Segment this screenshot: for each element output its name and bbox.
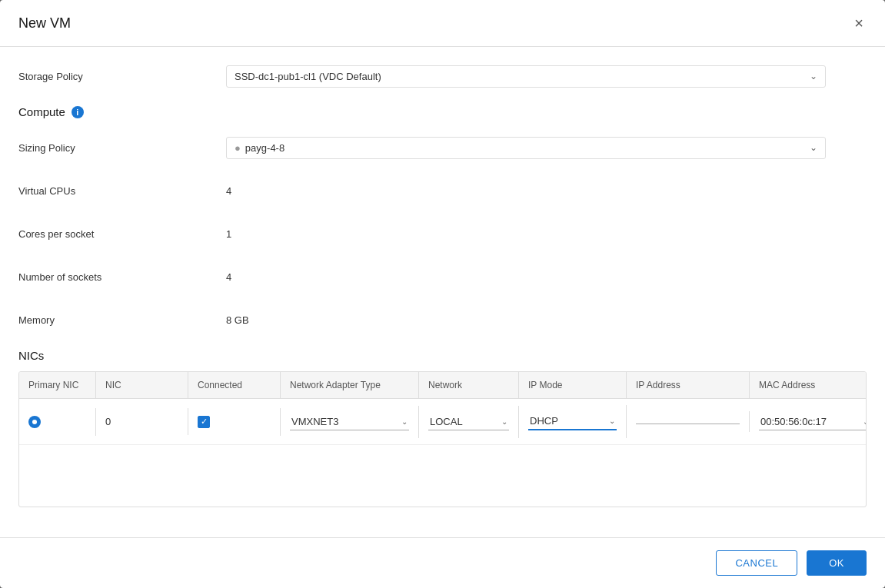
storage-policy-chevron-icon: ⌄ <box>810 71 817 81</box>
nic-cell: 0 <box>96 408 188 435</box>
ok-button[interactable]: OK <box>807 550 867 576</box>
new-vm-dialog: New VM × Storage Policy SSD-dc1-pub1-cl1… <box>0 0 885 588</box>
close-button[interactable]: × <box>851 12 867 34</box>
virtual-cpus-label: Virtual CPUs <box>18 185 226 197</box>
dialog-header: New VM × <box>0 0 885 47</box>
network-cell: LOCAL ⌄ <box>419 406 519 438</box>
nics-section: NICs Primary NIC NIC Connected Network A… <box>18 349 867 507</box>
dialog-footer: CANCEL OK <box>0 537 885 588</box>
mac-address-chevron-icon: ⌄ <box>863 417 867 426</box>
col-header-network: Network <box>419 372 519 398</box>
mac-address-value: 00:50:56:0c:17 <box>760 416 827 427</box>
cores-per-socket-value: 1 <box>226 228 867 240</box>
nic-value: 0 <box>105 416 111 427</box>
compute-section-heading: Compute i <box>18 105 867 118</box>
sizing-policy-row: Sizing Policy ● payg-4-8 ⌄ <box>18 134 867 161</box>
virtual-cpus-row: Virtual CPUs 4 <box>18 177 867 204</box>
ip-mode-select[interactable]: DHCP ⌄ <box>528 413 617 430</box>
mac-address-select[interactable]: 00:50:56:0c:17 ⌄ <box>759 414 867 430</box>
adapter-type-value: VMXNET3 <box>291 416 338 427</box>
sizing-policy-label: Sizing Policy <box>18 142 226 154</box>
ip-address-cell <box>627 411 750 432</box>
cancel-button[interactable]: CANCEL <box>716 550 797 576</box>
primary-nic-cell <box>19 408 96 436</box>
storage-policy-label: Storage Policy <box>18 71 226 82</box>
compute-label: Compute <box>18 105 65 118</box>
ip-mode-chevron-icon: ⌄ <box>609 417 615 425</box>
sizing-policy-value: payg-4-8 <box>245 142 284 154</box>
number-of-sockets-row: Number of sockets 4 <box>18 263 867 291</box>
memory-row: Memory 8 GB <box>18 306 867 334</box>
memory-label: Memory <box>18 314 226 326</box>
col-header-connected: Connected <box>188 372 281 398</box>
nics-empty-area <box>19 445 866 507</box>
ip-mode-cell: DHCP ⌄ <box>519 405 627 438</box>
network-value: LOCAL <box>430 416 463 427</box>
nics-table: Primary NIC NIC Connected Network Adapte… <box>18 371 867 507</box>
network-select[interactable]: LOCAL ⌄ <box>428 414 509 430</box>
primary-nic-radio[interactable] <box>28 416 41 428</box>
ip-address-field[interactable] <box>636 419 740 424</box>
mac-address-cell: 00:50:56:0c:17 ⌄ <box>750 406 867 438</box>
col-header-ip-mode: IP Mode <box>519 372 627 398</box>
memory-value: 8 GB <box>226 314 867 326</box>
virtual-cpus-value: 4 <box>226 185 867 197</box>
connected-checkbox[interactable]: ✓ <box>198 416 210 428</box>
network-chevron-icon: ⌄ <box>501 417 507 426</box>
connected-cell: ✓ <box>188 408 281 436</box>
col-header-nic: NIC <box>96 372 188 398</box>
number-of-sockets-label: Number of sockets <box>18 271 226 283</box>
adapter-type-select[interactable]: VMXNET3 ⌄ <box>290 414 409 430</box>
adapter-type-chevron-icon: ⌄ <box>401 417 408 426</box>
number-of-sockets-value: 4 <box>226 271 867 283</box>
table-row: 0 ✓ VMXNET3 ⌄ <box>19 399 866 445</box>
col-header-network-adapter-type: Network Adapter Type <box>281 372 419 398</box>
col-header-ip-address: IP Address <box>627 372 750 398</box>
nics-table-header: Primary NIC NIC Connected Network Adapte… <box>19 372 866 399</box>
ip-mode-value: DHCP <box>530 415 558 427</box>
cores-per-socket-label: Cores per socket <box>18 228 226 240</box>
col-header-primary-nic: Primary NIC <box>19 372 96 398</box>
nics-heading: NICs <box>18 349 867 362</box>
adapter-type-cell: VMXNET3 ⌄ <box>281 406 419 438</box>
compute-info-icon[interactable]: i <box>72 106 84 118</box>
storage-policy-select[interactable]: SSD-dc1-pub1-cl1 (VDC Default) ⌄ <box>226 65 826 88</box>
storage-policy-value: SSD-dc1-pub1-cl1 (VDC Default) <box>235 71 381 82</box>
col-header-mac-address: MAC Address <box>750 372 867 398</box>
sizing-policy-select[interactable]: ● payg-4-8 ⌄ <box>226 137 826 159</box>
dialog-title: New VM <box>18 15 71 32</box>
dialog-body: Storage Policy SSD-dc1-pub1-cl1 (VDC Def… <box>0 47 885 537</box>
storage-policy-row: Storage Policy SSD-dc1-pub1-cl1 (VDC Def… <box>18 62 867 90</box>
cores-per-socket-row: Cores per socket 1 <box>18 220 867 247</box>
primary-radio-inner <box>32 420 37 424</box>
bottom-spacer <box>18 507 867 523</box>
sizing-policy-chevron-icon: ⌄ <box>810 142 817 153</box>
search-icon: ● <box>235 142 241 154</box>
